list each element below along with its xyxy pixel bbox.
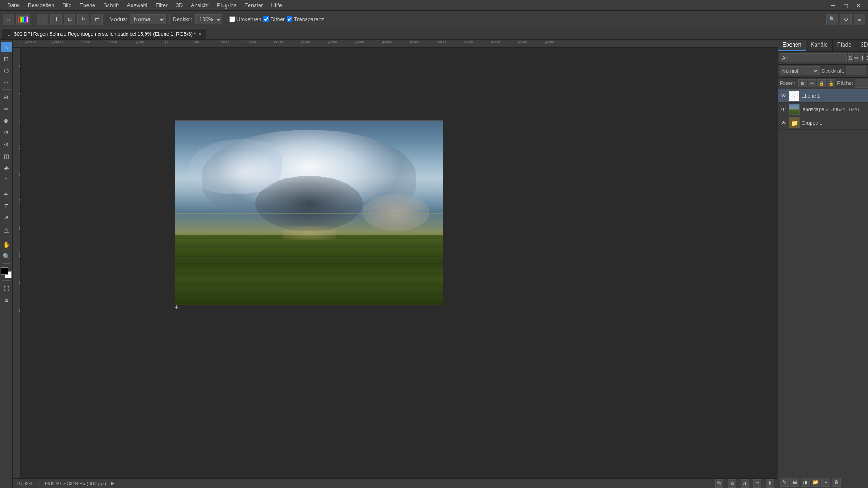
- menu-bild[interactable]: Bild: [59, 1, 75, 9]
- menu-ansicht[interactable]: Ansicht: [187, 1, 212, 9]
- layer-visibility-ebene1[interactable]: 👁: [780, 92, 787, 99]
- layers-search-input[interactable]: [780, 53, 847, 62]
- home-btn[interactable]: ⌂: [3, 14, 14, 25]
- panel-arr-btn[interactable]: ≡: [854, 14, 865, 25]
- menu-plugins[interactable]: Plug-ins: [213, 1, 240, 9]
- lock-pixels-btn[interactable]: ⊞: [798, 79, 807, 87]
- transform-btn[interactable]: ⊞: [64, 14, 75, 25]
- layer-item-gruppe1[interactable]: 👁 📁 Gruppe 1: [778, 116, 868, 130]
- canvas-scroll[interactable]: [21, 48, 778, 478]
- history-brush-tool[interactable]: ↺: [1, 127, 12, 138]
- opacity-input[interactable]: 100%: [846, 66, 866, 75]
- blur-tool[interactable]: ◈: [1, 162, 12, 173]
- color-swatches[interactable]: [1, 267, 12, 278]
- brush-tool[interactable]: ✏: [1, 103, 12, 114]
- foreground-color-swatch[interactable]: [1, 267, 8, 275]
- layers-filter-btn4[interactable]: ⊞: [866, 53, 868, 62]
- ruler-h-mark: -1000: [107, 40, 117, 44]
- layers-fx-btn[interactable]: fx: [780, 478, 789, 487]
- close-btn[interactable]: ✕: [853, 0, 864, 11]
- dodge-tool[interactable]: ○: [1, 174, 12, 185]
- menu-filter[interactable]: Filter: [152, 1, 171, 9]
- dither-checkbox[interactable]: [263, 16, 269, 22]
- transparent-checkbox[interactable]: [287, 16, 292, 22]
- tab-close-btn[interactable]: ×: [198, 32, 201, 37]
- lock-all-btn[interactable]: 🔒: [817, 79, 826, 87]
- menu-bearbeiten[interactable]: Bearbeiten: [24, 1, 58, 9]
- tab-kanaele[interactable]: Kanäle: [806, 40, 832, 51]
- layer-item-ebene1[interactable]: 👁 Ebene 1: [778, 89, 868, 103]
- menu-hilfe[interactable]: Hilfe: [268, 1, 286, 9]
- hand-tool[interactable]: ✋: [1, 239, 12, 250]
- lock-artboard-btn[interactable]: 🔓: [827, 79, 835, 87]
- layers-new-fill-btn[interactable]: ⊞: [790, 478, 799, 487]
- invert-checkbox[interactable]: [229, 16, 235, 22]
- menu-ebene[interactable]: Ebene: [76, 1, 99, 9]
- tool-icon-btn[interactable]: [16, 14, 30, 25]
- zoom-btn[interactable]: ⊕: [840, 14, 852, 25]
- layers-mask-btn[interactable]: ◑: [801, 478, 810, 487]
- layers-filter-btn2[interactable]: ✏: [854, 53, 859, 62]
- document-tab[interactable]: 🗋 300 DPI Regen Schnee Regenbogen erstel…: [2, 28, 206, 39]
- layer-visibility-landscape[interactable]: 👁: [780, 106, 787, 113]
- tab-pfade[interactable]: Pfade: [833, 40, 856, 51]
- canvas-ctrl-mask[interactable]: ◑: [741, 479, 749, 488]
- path-select-tool[interactable]: ↗: [1, 212, 12, 223]
- layer-visibility-gruppe1[interactable]: 👁: [780, 119, 787, 127]
- dither-label: Dither: [270, 16, 285, 23]
- canvas-image[interactable]: [175, 120, 443, 305]
- gradient-tool[interactable]: ◫: [1, 150, 12, 161]
- shape-tool[interactable]: △: [1, 224, 12, 235]
- search-panel-btn[interactable]: 🔍: [826, 14, 838, 25]
- ruler-h-mark: 1000: [220, 40, 229, 44]
- layers-group-btn[interactable]: 📁: [811, 478, 820, 487]
- pen-tool[interactable]: ✒: [1, 189, 12, 200]
- magic-wand-tool[interactable]: ⊹: [1, 77, 12, 88]
- menubar: Datei Bearbeiten Bild Ebene Schrift Ausw…: [0, 0, 868, 11]
- layers-new-btn[interactable]: +: [821, 478, 830, 487]
- menu-3d[interactable]: 3D: [172, 1, 186, 9]
- opacity-select[interactable]: 100%: [195, 14, 222, 24]
- crop-tool[interactable]: ⊡: [1, 53, 12, 64]
- minimize-btn[interactable]: ─: [827, 0, 839, 11]
- layer-item-landscape[interactable]: 👁 landscape-2130524_1920: [778, 103, 868, 116]
- canvas-ctrl-adj[interactable]: ◻: [753, 479, 761, 488]
- canvas-ctrl-trash[interactable]: 🗑: [766, 479, 774, 488]
- view-mode-tool[interactable]: 🖥: [1, 294, 12, 305]
- rect-select-btn[interactable]: ⬚: [37, 14, 48, 25]
- menu-fenster[interactable]: Fenster: [241, 1, 267, 9]
- flip-btn[interactable]: ⇄: [91, 14, 103, 25]
- quickmask-tool[interactable]: ⬚: [1, 282, 12, 293]
- spot-heal-tool[interactable]: ⊕: [1, 92, 12, 103]
- stamp-tool[interactable]: ⊗: [1, 115, 12, 126]
- ruler-h-mark: -500: [136, 40, 144, 44]
- tool-sep3: [2, 237, 11, 237]
- ruler-corner: [13, 40, 21, 48]
- zoom-tool[interactable]: 🔍: [1, 251, 12, 262]
- move-btn[interactable]: ✛: [50, 14, 62, 25]
- canvas-ctrl-new-layer[interactable]: ⊞: [728, 479, 736, 488]
- status-arrow[interactable]: ▶: [111, 480, 114, 486]
- blend-mode-select[interactable]: Normal: [780, 66, 820, 75]
- layers-filter-btn3[interactable]: T: [860, 53, 864, 62]
- layers-delete-btn[interactable]: 🗑: [832, 478, 841, 487]
- tab-ebenen[interactable]: Ebenen: [778, 40, 806, 51]
- restore-btn[interactable]: ◻: [840, 0, 852, 11]
- menu-auswahl[interactable]: Auswahl: [123, 1, 151, 9]
- lasso-tool[interactable]: ⬡: [1, 65, 12, 76]
- layers-filter-btn1[interactable]: ⧉: [848, 53, 853, 62]
- tool-sep2: [2, 187, 11, 187]
- menu-schrift[interactable]: Schrift: [100, 1, 123, 9]
- mode-select[interactable]: Normal: [130, 14, 166, 24]
- tab-3d[interactable]: 3D: [856, 40, 868, 51]
- menu-datei[interactable]: Datei: [4, 1, 24, 9]
- rotate-btn[interactable]: ↻: [77, 14, 89, 25]
- lock-position-btn[interactable]: ✏: [808, 79, 816, 87]
- selection-tool[interactable]: ↖: [1, 42, 12, 52]
- ruler-v-mark: 15: [18, 172, 21, 177]
- ruler-h-mark: 7000: [545, 40, 554, 44]
- canvas-ctrl-fx[interactable]: fx: [715, 479, 723, 488]
- text-tool[interactable]: T: [1, 201, 12, 211]
- fill-input[interactable]: 100%: [855, 79, 868, 88]
- eraser-tool[interactable]: ⊘: [1, 139, 12, 150]
